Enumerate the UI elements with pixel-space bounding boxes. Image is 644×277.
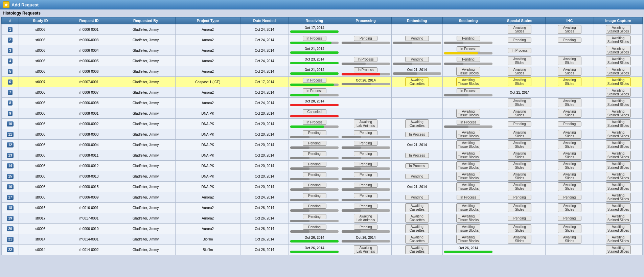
col-header-num: # xyxy=(2,17,19,24)
title-text: Add Request xyxy=(12,2,39,7)
row-number: 10 xyxy=(2,119,19,129)
special-stains-status: AwaitingSlides xyxy=(494,129,545,140)
col-header-image-capture: Image Capture xyxy=(594,17,643,24)
table-row[interactable]: 2st0006rh0006-0003Gladfelter, JimmyAuror… xyxy=(2,35,643,45)
row-number: 3 xyxy=(2,45,19,56)
image-capture-status: AwaitingStained Slides xyxy=(594,56,643,66)
project-type: Caspase 1 (ICE) xyxy=(176,77,240,87)
embedding-status: AwaitingCassettes xyxy=(391,224,443,234)
study-id: st0008 xyxy=(19,108,62,119)
ihc-status xyxy=(545,45,594,56)
image-capture-status: AwaitingStained Slides xyxy=(594,35,643,45)
study-id: st0008 xyxy=(19,129,62,140)
project-type: DNA-PK xyxy=(176,119,240,129)
sectioning-status: Pending xyxy=(443,56,494,66)
special-stains-status: Oct 21, 2014 xyxy=(494,87,545,98)
table-row[interactable]: 11st0008rh0008-0003Gladfelter, JimmyDNA-… xyxy=(2,129,643,140)
requested-by: Gladfelter, Jimmy xyxy=(116,24,176,35)
request-id: rh0006-0010 xyxy=(62,224,116,234)
image-capture-status: AwaitingStained Slides xyxy=(594,182,643,192)
table-row[interactable]: 13st0008rh0008-0011Gladfelter, JimmyDNA-… xyxy=(2,150,643,161)
table-row[interactable]: 4st0006rh0006-0005Gladfelter, JimmyAuror… xyxy=(2,56,643,66)
requested-by: Gladfelter, Jimmy xyxy=(116,171,176,182)
project-type: Aurora2 xyxy=(176,224,240,234)
sectioning-status: In Process xyxy=(443,87,494,98)
requested-by: Gladfelter, Jimmy xyxy=(116,203,176,213)
table-row[interactable]: 20st0006rh0006-0010Gladfelter, JimmyAuro… xyxy=(2,224,643,234)
table-row[interactable]: 15st0008rh0008-0013Gladfelter, JimmyDNA-… xyxy=(2,171,643,182)
date-needed: Oct 24, 2014 xyxy=(240,66,289,77)
special-stains-status: AwaitingSlides xyxy=(494,77,545,87)
study-id: st0016 xyxy=(19,203,62,213)
project-type: Aurora2 xyxy=(176,56,240,66)
table-row[interactable]: 6st0007rh0007-0001Gladfelter, JimmyCaspa… xyxy=(2,77,643,87)
image-capture-status: AwaitingStained Slides xyxy=(594,140,643,150)
row-number: 22 xyxy=(2,245,19,255)
study-id: st0006 xyxy=(19,56,62,66)
date-needed: Oct 20, 2014 xyxy=(240,171,289,182)
ihc-status: AwaitingSlides xyxy=(545,171,594,182)
request-id: rh0006-0001 xyxy=(62,24,116,35)
project-type: Aurora2 xyxy=(176,203,240,213)
ihc-status: AwaitingSlides xyxy=(545,182,594,192)
project-type: Aurora2 xyxy=(176,45,240,56)
table-row[interactable]: 12st0008rh0008-0004Gladfelter, JimmyDNA-… xyxy=(2,140,643,150)
special-stains-status: In Process xyxy=(494,45,545,56)
special-stains-status: Pending xyxy=(494,213,545,224)
project-type: DNA-PK xyxy=(176,108,240,119)
processing-status xyxy=(340,98,391,108)
special-stains-status: AwaitingSlides xyxy=(494,140,545,150)
receiving-status: In Process xyxy=(289,119,340,129)
row-number: 12 xyxy=(2,140,19,150)
table-row[interactable]: 3st0006rh0006-0004Gladfelter, JimmyAuror… xyxy=(2,45,643,56)
requested-by: Gladfelter, Jimmy xyxy=(116,119,176,129)
study-id: st0006 xyxy=(19,98,62,108)
table-row[interactable]: 14st0008rh0008-0012Gladfelter, JimmyDNA-… xyxy=(2,161,643,171)
table-row[interactable]: 17st0006rh0006-0009Gladfelter, JimmyAuro… xyxy=(2,192,643,203)
request-id: rh0008-0013 xyxy=(62,171,116,182)
ihc-status: Pending xyxy=(545,35,594,45)
table-row[interactable]: 18st0016rh0016-0001Gladfelter, JimmyAuro… xyxy=(2,203,643,213)
date-needed: Oct 26, 2014 xyxy=(240,245,289,255)
processing-status xyxy=(340,45,391,56)
study-id: st0008 xyxy=(19,150,62,161)
ihc-status: AwaitingSlides xyxy=(545,98,594,108)
ihc-status: AwaitingSlides xyxy=(545,129,594,140)
table-row[interactable]: 9st0008rh0008-0001Gladfelter, JimmyDNA-P… xyxy=(2,108,643,119)
date-needed: Oct 20, 2014 xyxy=(240,129,289,140)
row-number: 18 xyxy=(2,203,19,213)
table-row[interactable]: 16st0008rh0008-0015Gladfelter, JimmyDNA-… xyxy=(2,182,643,192)
sectioning-status: AwaitingTissue Blocks xyxy=(443,171,494,182)
image-capture-status: AwaitingStained Slides xyxy=(594,192,643,203)
study-id: st0008 xyxy=(19,161,62,171)
requested-by: Gladfelter, Jimmy xyxy=(116,66,176,77)
table-row[interactable]: 21st0014rh0014-0001Gladfelter, JimmyBiof… xyxy=(2,234,643,245)
table-row[interactable]: 22st0014rh0014-0002Gladfelter, JimmyBiof… xyxy=(2,245,643,255)
row-number: 1 xyxy=(2,24,19,35)
table-row[interactable]: 1st0006rh0006-0001Gladfelter, JimmyAuror… xyxy=(2,24,643,35)
request-id: rh0006-0003 xyxy=(62,35,116,45)
study-id: st0008 xyxy=(19,140,62,150)
table-row[interactable]: 19st0017rh0017-0001Gladfelter, JimmyAuro… xyxy=(2,213,643,224)
row-number: 4 xyxy=(2,56,19,66)
requested-by: Gladfelter, Jimmy xyxy=(116,234,176,245)
table-row[interactable]: 5st0006rh0006-0006Gladfelter, JimmyAuror… xyxy=(2,66,643,77)
special-stains-status: AwaitingSlides xyxy=(494,171,545,182)
processing-status xyxy=(340,87,391,98)
image-capture-status: AwaitingStained Slides xyxy=(594,77,643,87)
row-number: 6 xyxy=(2,77,19,87)
study-id: st0006 xyxy=(19,45,62,56)
project-type: DNA-PK xyxy=(176,150,240,161)
date-needed: Oct 20, 2014 xyxy=(240,182,289,192)
col-header-request: Request ID xyxy=(62,17,116,24)
table-row[interactable]: 7st0006rh0006-0007Gladfelter, JimmyAuror… xyxy=(2,87,643,98)
row-number: 17 xyxy=(2,192,19,203)
row-number: 14 xyxy=(2,161,19,171)
request-id: rh0008-0004 xyxy=(62,140,116,150)
receiving-status: Oct 23, 2014 xyxy=(289,56,340,66)
image-capture-status: AwaitingStained Slides xyxy=(594,98,643,108)
request-id: rh0014-0001 xyxy=(62,234,116,245)
request-id: rh0017-0001 xyxy=(62,213,116,224)
table-row[interactable]: 8st0006rh0006-0008Gladfelter, JimmyAuror… xyxy=(2,98,643,108)
table-row[interactable]: 10st0008rh0008-0002Gladfelter, JimmyDNA-… xyxy=(2,119,643,129)
